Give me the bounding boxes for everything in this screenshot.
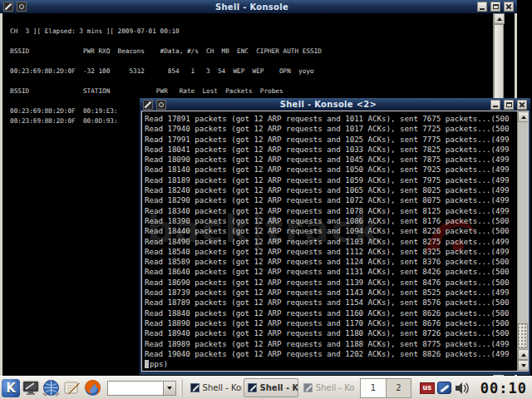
konsole-icon [190,383,200,392]
titlebar-airodump[interactable]: Shell - Konsole [0,0,517,13]
terminal-line: Read 18140 packets (got 12 ARP requests … [145,165,528,175]
terminal-line: 00:23:69:BB:2D:0F -32 100 5312 854 1 3 5… [10,66,515,76]
window-body: back|track Read 17891 packets (got 12 AR… [140,111,530,375]
terminal-line: Read 18840 packets (got 12 ARP requests … [145,308,528,318]
desktop-monitor-icon [22,379,40,397]
terminal-text: Read 17891 packets (got 12 ARP requests … [142,111,528,359]
terminal-line [10,76,515,86]
prompt-text: pps) [150,359,168,369]
close-button[interactable] [517,100,527,110]
desktop: Shell - Konsole CH 3 ][ Elapsed: 3 mins … [0,0,532,399]
keyboard-layout-indicator[interactable]: us [420,382,435,394]
taskbar-item-label: Shell - Konso [316,383,355,392]
taskbar-clock[interactable]: 00:10 [480,380,527,397]
terminal-line: Read 18390 packets (got 12 ARP requests … [145,216,528,226]
terminal-line: Read 18440 packets (got 12 ARP requests … [145,226,528,236]
terminal-line: Read 18290 packets (got 12 ARP requests … [145,195,528,205]
taskbar: K [0,376,532,399]
kmenu-button[interactable]: K [2,377,20,398]
close-button[interactable] [504,2,514,12]
terminal-line: Read 18690 packets (got 12 ARP requests … [145,278,528,288]
terminal-line: Read 18640 packets (got 12 ARP requests … [145,267,528,277]
desktop-pager: 1 2 [360,378,411,398]
minimize-button[interactable] [477,2,487,12]
taskbar-item-konsole-3[interactable]: Shell - Konso [300,378,355,397]
window-title: Shell - Konsole [28,2,475,12]
system-tray: us [420,381,470,396]
konqueror-button[interactable] [42,377,61,398]
combo-dropdown-button[interactable] [164,381,176,396]
terminal-line: Read 18090 packets (got 12 ARP requests … [145,155,528,165]
terminal-line: Read 17991 packets (got 12 ARP requests … [145,135,528,145]
taskbar-item-konsole-1[interactable]: Shell - Konso [187,378,242,397]
kde-logo-icon: K [2,379,20,397]
terminal-line [10,17,515,27]
terminal-line: Read 19040 packets (got 12 ARP requests … [145,349,528,359]
klipper-tray-icon[interactable] [437,382,451,394]
notes-editor-button[interactable] [62,377,81,398]
konsole-window-icon[interactable] [3,2,13,12]
sticky-pin-icon[interactable] [17,2,27,12]
terminal-line: Read 18540 packets (got 12 ARP requests … [145,247,528,257]
maximize-button[interactable] [490,2,500,12]
terminal-prompt-line: pps) [142,359,528,369]
firefox-icon [83,378,102,397]
taskbar-separator [180,379,183,397]
terminal-line: Read 18589 packets (got 12 ARP requests … [145,257,528,267]
terminal-line: BSSID STATION PWR Rate Lost Packets Prob… [10,86,515,96]
pager-desktop-2[interactable]: 2 [386,379,411,397]
scrollbar-thumb[interactable] [518,323,528,348]
show-desktop-button[interactable] [22,377,40,398]
window-title: Shell - Konsole <2> [168,100,489,109]
taskbar-item-label: Shell - Kon [260,383,298,392]
firefox-button[interactable] [83,377,102,398]
terminal-line: Read 17891 packets (got 12 ARP requests … [145,114,528,124]
maximize-button[interactable] [504,100,514,110]
terminal-line: Read 18490 packets (got 12 ARP requests … [145,237,528,247]
terminal-line [10,37,515,47]
terminal-line: Read 18789 packets (got 12 ARP requests … [145,298,528,308]
terminal-line: Read 18340 packets (got 12 ARP requests … [145,206,528,216]
scroll-up-button[interactable] [518,349,528,360]
terminal-line: CH 3 ][ Elapsed: 3 mins ][ 2009-07-01 00… [10,27,515,37]
terminal-line: Read 18189 packets (got 12 ARP requests … [145,175,528,185]
terminal-line: Read 18989 packets (got 12 ARP requests … [145,339,528,349]
konsole-window-icon[interactable] [143,100,153,110]
taskbar-item-konsole-2-active[interactable]: Shell - Kon [244,378,298,397]
terminal-line: Read 18890 packets (got 12 ARP requests … [145,318,528,328]
terminal-output-aireplay[interactable]: back|track Read 17891 packets (got 12 AR… [142,111,528,371]
terminal-line: Read 18739 packets (got 12 ARP requests … [145,288,528,298]
terminal-line: Read 18940 packets (got 12 ARP requests … [145,328,528,338]
note-pencil-icon [62,378,81,397]
volume-icon[interactable] [454,381,470,396]
scroll-up-button[interactable] [518,111,528,122]
terminal-line: Read 17940 packets (got 12 ARP requests … [145,124,528,134]
titlebar-aireplay[interactable]: Shell - Konsole <2> [140,98,530,111]
terminal-cursor [145,360,149,368]
scroll-up-button[interactable] [494,13,505,24]
run-command-input[interactable] [107,381,164,396]
konsole-icon [248,383,257,392]
terminal-line [10,57,515,66]
scroll-down-button[interactable] [518,360,528,371]
run-combobox [107,381,176,396]
konqueror-globe-icon [42,378,61,397]
terminal-line: Read 18041 packets (got 12 ARP requests … [145,145,528,155]
pager-desktop-1[interactable]: 1 [361,379,386,397]
taskbar-item-label: Shell - Konso [203,383,242,392]
minimize-button[interactable] [490,100,500,110]
window-konsole-aireplay: Shell - Konsole <2> back|track Read 1789… [140,98,530,375]
scrollbar[interactable] [517,111,528,371]
sticky-pin-icon[interactable] [156,100,166,110]
terminal-line: Read 18240 packets (got 12 ARP requests … [145,185,528,195]
konsole-icon [303,383,313,392]
terminal-line: BSSID PWR RXQ Beacons #Data, #/s CH MB E… [10,47,515,57]
